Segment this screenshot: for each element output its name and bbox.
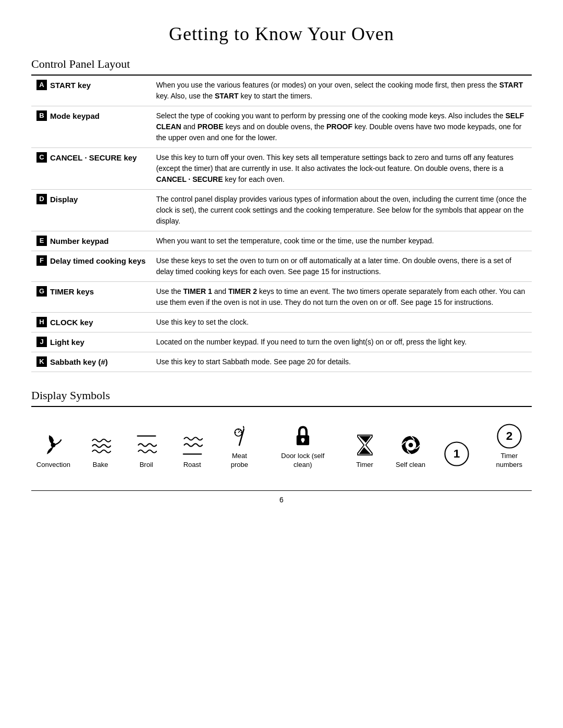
- desc-cell: Located on the number keypad. If you nee…: [151, 332, 532, 352]
- svg-point-0: [52, 443, 55, 447]
- label-text: Delay timed cooking keys: [50, 255, 145, 266]
- section2-title: Display Symbols: [31, 388, 532, 407]
- door-lock-icon: [289, 423, 316, 452]
- table-row: KSabbath key (#)Use this key to start Sa…: [31, 352, 532, 372]
- self-clean-label: Self clean: [396, 461, 425, 470]
- timer-label: Timer: [356, 461, 373, 470]
- desc-cell: Use these keys to set the oven to turn o…: [151, 251, 532, 282]
- symbol-door-lock: Door lock (self clean): [271, 423, 334, 470]
- desc-cell: Use this key to turn off your oven. This…: [151, 148, 532, 190]
- door-lock-label: Door lock (self clean): [271, 452, 334, 470]
- timer-icon: [351, 431, 378, 461]
- desc-cell: Use this key to set the clock.: [151, 313, 532, 332]
- page-title: Getting to Know Your Oven: [31, 21, 532, 47]
- meat-probe-icon: [226, 423, 253, 452]
- badge: H: [36, 317, 47, 327]
- timer-2-label: Timer numbers: [487, 452, 532, 470]
- self-clean-icon: [397, 431, 424, 461]
- label-text: TIMER keys: [50, 286, 94, 297]
- badge: C: [36, 152, 47, 163]
- desc-cell: When you want to set the temperature, co…: [151, 231, 532, 251]
- table-row: DDisplayThe control panel display provid…: [31, 190, 532, 231]
- symbol-convection: Convection: [36, 431, 70, 470]
- broil-label: Broil: [140, 461, 153, 470]
- desc-cell: When you use the various features (or mo…: [151, 76, 532, 106]
- bake-icon: [87, 431, 114, 461]
- symbol-timer-2: 2 Timer numbers: [487, 423, 532, 470]
- badge: A: [36, 80, 47, 90]
- symbol-bake: Bake: [85, 431, 116, 470]
- roast-icon: [179, 431, 206, 461]
- desc-cell: Use this key to start Sabbath mode. See …: [151, 352, 532, 372]
- page-number: 6: [31, 495, 532, 505]
- label-text: Sabbath key (#): [50, 356, 108, 367]
- badge: K: [36, 356, 47, 367]
- badge: B: [36, 110, 47, 121]
- label-cell: CCANCEL · SECURE key: [31, 148, 151, 190]
- label-cell: ENumber keypad: [31, 231, 151, 251]
- bake-label: Bake: [93, 461, 108, 470]
- svg-line-8: [239, 430, 241, 433]
- label-cell: BMode keypad: [31, 106, 151, 148]
- table-row: JLight keyLocated on the number keypad. …: [31, 332, 532, 352]
- svg-point-14: [408, 443, 413, 448]
- badge: G: [36, 286, 47, 297]
- symbol-self-clean: Self clean: [395, 431, 426, 470]
- table-row: GTIMER keysUse the TIMER 1 and TIMER 2 k…: [31, 282, 532, 313]
- badge: D: [36, 194, 47, 204]
- meat-probe-label: Meat probe: [223, 452, 256, 470]
- table-row: HCLOCK keyUse this key to set the clock.: [31, 313, 532, 332]
- svg-rect-11: [302, 440, 303, 442]
- control-panel-table: ASTART keyWhen you use the various featu…: [31, 76, 532, 372]
- roast-label: Roast: [183, 461, 201, 470]
- convection-label: Convection: [36, 461, 70, 470]
- symbol-meat-probe: Meat probe: [223, 423, 256, 470]
- broil-icon: [133, 431, 160, 461]
- label-text: CLOCK key: [50, 317, 93, 328]
- timer-1-icon: 1: [443, 440, 470, 470]
- label-cell: GTIMER keys: [31, 282, 151, 313]
- label-text: Display: [50, 194, 78, 205]
- label-cell: JLight key: [31, 332, 151, 352]
- label-text: START key: [50, 80, 91, 91]
- symbol-timer-1: 1: [441, 440, 472, 470]
- section1-title: Control Panel Layout: [31, 56, 532, 76]
- desc-cell: Select the type of cooking you want to p…: [151, 106, 532, 148]
- symbols-row: Convection Bake Broil Roast: [31, 417, 532, 470]
- label-cell: DDisplay: [31, 190, 151, 231]
- symbol-broil: Broil: [131, 431, 162, 470]
- table-row: ENumber keypadWhen you want to set the t…: [31, 231, 532, 251]
- symbol-roast: Roast: [177, 431, 208, 470]
- label-text: Light key: [50, 337, 84, 348]
- table-row: ASTART keyWhen you use the various featu…: [31, 76, 532, 106]
- label-cell: KSabbath key (#): [31, 352, 151, 372]
- desc-cell: The control panel display provides vario…: [151, 190, 532, 231]
- label-cell: HCLOCK key: [31, 313, 151, 332]
- table-row: FDelay timed cooking keysUse these keys …: [31, 251, 532, 282]
- display-symbols-section: Display Symbols Convection Bake Broil: [31, 388, 532, 470]
- label-cell: FDelay timed cooking keys: [31, 251, 151, 282]
- badge: J: [36, 337, 47, 347]
- desc-cell: Use the TIMER 1 and TIMER 2 keys to time…: [151, 282, 532, 313]
- table-row: CCANCEL · SECURE keyUse this key to turn…: [31, 148, 532, 190]
- label-text: CANCEL · SECURE key: [50, 152, 137, 163]
- timer-2-icon: 2: [496, 423, 523, 452]
- table-row: BMode keypadSelect the type of cooking y…: [31, 106, 532, 148]
- svg-text:2: 2: [506, 429, 513, 442]
- convection-icon: [40, 431, 67, 461]
- label-cell: ASTART key: [31, 76, 151, 106]
- svg-text:1: 1: [453, 447, 460, 460]
- symbol-timer: Timer: [349, 431, 381, 470]
- label-text: Mode keypad: [50, 110, 100, 121]
- badge: E: [36, 236, 47, 246]
- label-text: Number keypad: [50, 236, 109, 246]
- badge: F: [36, 255, 47, 266]
